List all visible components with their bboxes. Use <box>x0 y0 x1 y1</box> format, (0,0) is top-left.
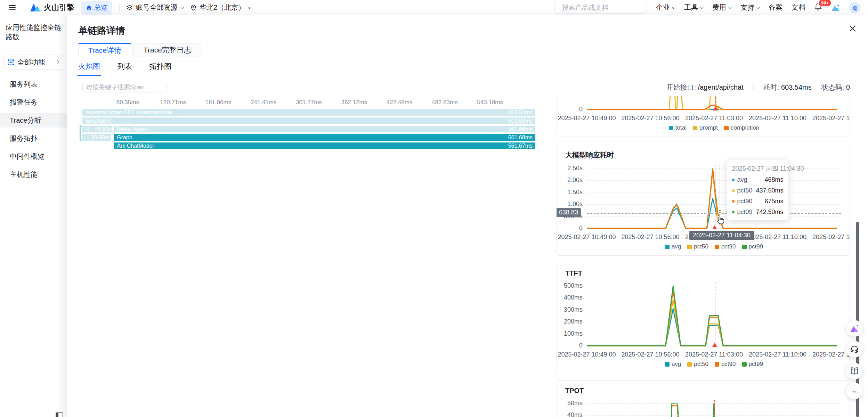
nav-menu-icp[interactable]: 备案 <box>769 3 782 12</box>
legend-item-avg[interactable]: avg <box>665 243 681 250</box>
chart-legend: totalpromptcompletion <box>587 123 841 132</box>
legend-item-pct50[interactable]: pct50 <box>687 243 708 250</box>
nav-menu-tools[interactable]: 工具 <box>684 3 703 12</box>
span-duration: 603.03ms <box>508 118 533 124</box>
token-usage-plot[interactable]: 0 <box>587 96 841 110</box>
span-search-input[interactable] <box>86 84 167 91</box>
tpot-plot[interactable]: 50ms40ms30ms <box>587 400 841 417</box>
span-label: /agent/api/chat GET /agent/api/chat <box>85 109 172 116</box>
span-label: R. <box>85 126 91 132</box>
chart-title: TTFT <box>565 269 841 277</box>
legend-item-pct50[interactable]: pct50 <box>687 361 708 368</box>
resource-switcher[interactable]: 账号全部资源 <box>127 3 184 12</box>
sidebar-item-host[interactable]: 主机性能 <box>0 167 67 182</box>
legend-item-prompt[interactable]: prompt <box>693 124 718 131</box>
book-icon <box>850 367 859 375</box>
sidebar-item-services[interactable]: 服务列表 <box>0 77 67 91</box>
legend-item-pct90[interactable]: pct90 <box>715 243 736 250</box>
collapse-panel-button[interactable] <box>846 383 863 399</box>
span-duration: 40.91ms <box>95 126 112 132</box>
sidebar-item-topology[interactable]: 服务拓扑 <box>0 131 67 146</box>
span-search[interactable] <box>82 82 167 92</box>
tooltip-row: pct50437.50ms <box>732 187 784 194</box>
divider <box>119 4 120 11</box>
hamburger-menu-icon[interactable] <box>8 4 17 11</box>
nav-menu-docs[interactable]: 文档 <box>792 3 805 12</box>
drawer-title: 单链路详情 <box>78 24 855 37</box>
tooltip-series-value: 742.50ms <box>756 208 784 216</box>
y-tick-label: 200ms <box>561 318 583 325</box>
llm-latency-plot[interactable]: 638.83 2025-02-27 11:04:30 2025-02-27 周四… <box>587 165 841 229</box>
product-search-input[interactable] <box>562 4 647 11</box>
x-axis: 2025-02-27 10:49:002025-02-27 10:56:0020… <box>587 112 841 122</box>
legend-item-pct99[interactable]: pct99 <box>742 361 763 368</box>
user-avatar[interactable]: q <box>849 2 860 13</box>
sidebar-item-trace[interactable]: Trace分析 <box>0 113 67 128</box>
overview-button[interactable]: 总览 <box>81 1 112 15</box>
brand-name: 火山引擎 <box>44 2 74 13</box>
legend-chip <box>687 362 692 367</box>
legend-item-completion[interactable]: completion <box>724 124 759 131</box>
ttft-card: TTFT 500ms400ms300ms200ms100ms0 2025-02-… <box>557 263 850 373</box>
ai-assistant-button[interactable] <box>846 320 863 337</box>
legend-chip <box>669 126 673 130</box>
notifications-button[interactable]: 99+ <box>814 3 822 12</box>
series-completion <box>587 105 837 109</box>
legend-label: total <box>675 124 687 131</box>
tooltip-row: avg468ms <box>732 176 784 183</box>
span-label: EinoAgent <box>85 118 111 124</box>
tooltip-series-name: pct90 <box>737 198 753 205</box>
y-tick-label: 1.00s <box>561 201 583 208</box>
home-icon <box>86 5 92 10</box>
tab-trace-full-log[interactable]: Trace完整日志 <box>133 43 201 57</box>
sidebar-menu: 服务列表报警任务Trace分析服务拓扑中间件概览主机性能 <box>0 77 67 182</box>
ruler-label: 301.77ms <box>296 99 322 106</box>
x-time-badge: 2025-02-27 11:04:30 <box>689 231 754 240</box>
ttft-plot[interactable]: 500ms400ms300ms200ms100ms0 <box>587 282 841 346</box>
tooltip-series-dot <box>732 179 735 181</box>
chevron-down-icon <box>180 5 184 9</box>
drawer-header: 单链路详情 <box>67 15 868 37</box>
ruler-label: 120.71ms <box>160 99 186 106</box>
ai-mountain-icon <box>850 324 859 333</box>
subtab-flamegraph[interactable]: 火焰图 <box>78 57 101 76</box>
legend-label: pct50 <box>694 243 708 250</box>
ai-assistant-icon[interactable] <box>831 3 840 12</box>
nav-menu-label: 工具 <box>684 3 698 12</box>
info-value: 0 <box>846 83 850 91</box>
sidebar-item-middleware[interactable]: 中间件概览 <box>0 149 67 164</box>
sidebar-item-alarms[interactable]: 报警任务 <box>0 95 67 109</box>
nav-menu-support[interactable]: 支持 <box>740 3 760 12</box>
nav-menu-enterprise[interactable]: 企业 <box>656 3 675 12</box>
docs-button[interactable] <box>846 363 863 379</box>
flame-span[interactable]: /agent/api/chat GET /agent/api/chat603.5… <box>82 109 535 116</box>
flame-span[interactable]: Graph561.68ms <box>114 134 535 141</box>
product-search[interactable] <box>554 2 647 14</box>
subtab-topology[interactable]: 拓扑图 <box>149 57 172 76</box>
support-button[interactable] <box>846 341 863 358</box>
subtab-list[interactable]: 列表 <box>117 57 133 76</box>
series-pct99 <box>587 286 837 346</box>
volcengine-logo[interactable]: 火山引擎 <box>30 2 74 13</box>
x-tick-label: 2025-02-27 10:56:00 <box>621 351 679 358</box>
trace-time-line <box>714 400 715 417</box>
legend-item-avg[interactable]: avg <box>665 361 681 368</box>
flame-span[interactable]: EinoAgent603.03ms <box>82 117 535 124</box>
chevron-right-icon <box>55 60 59 64</box>
flame-span[interactable]: R.40.91ms <box>82 126 112 132</box>
tab-trace-detail[interactable]: Trace详情 <box>78 43 131 57</box>
legend-item-pct90[interactable]: pct90 <box>715 361 736 368</box>
trace-time-line <box>715 165 715 229</box>
region-switcher[interactable]: 华北2（北京） <box>190 3 251 12</box>
hand-cursor <box>716 216 725 225</box>
nav-menu-billing[interactable]: 费用 <box>712 3 731 12</box>
legend-item-total[interactable]: total <box>669 124 687 131</box>
close-icon[interactable] <box>849 24 857 33</box>
flame-span[interactable]: Ark ChatModel561.67ms <box>114 142 535 149</box>
flame-span[interactable]: .35.85ms <box>82 134 111 141</box>
llm-latency-card: 大模型响应耗时 638.83 2025-02-27 11:04:30 2025-… <box>557 144 850 256</box>
flame-span[interactable]: ReAct Agent561.66ms <box>114 126 535 132</box>
all-functions-button[interactable]: 全部功能 <box>3 55 63 70</box>
legend-item-pct99[interactable]: pct99 <box>742 243 763 250</box>
collapse-sidebar-icon[interactable] <box>56 412 63 417</box>
